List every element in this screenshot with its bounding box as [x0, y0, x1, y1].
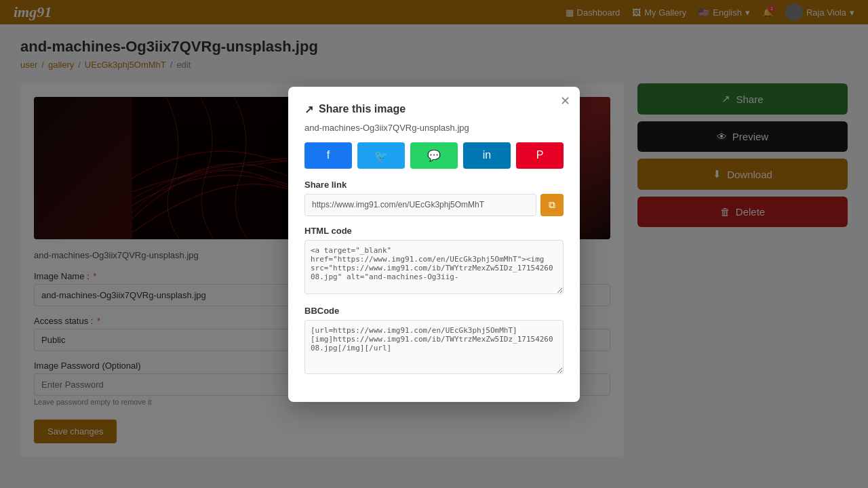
html-code-textarea[interactable]: <a target="_blank" href="https://www.img…: [304, 240, 564, 294]
copy-icon: ⧉: [549, 199, 555, 210]
pinterest-icon: P: [536, 149, 544, 161]
facebook-share-button[interactable]: f: [304, 142, 352, 169]
share-modal: ✕ ↗ Share this image and-machines-Og3iix…: [288, 87, 580, 402]
copy-link-button[interactable]: ⧉: [540, 194, 564, 216]
whatsapp-icon: 💬: [427, 149, 441, 162]
modal-title: ↗ Share this image: [304, 103, 564, 116]
facebook-icon: f: [327, 149, 330, 161]
twitter-icon: 🐦: [374, 149, 388, 162]
modal-filename: and-machines-Og3iix7QVRg-unsplash.jpg: [304, 123, 564, 133]
bbcode-textarea[interactable]: [url=https://www.img91.com/en/UEcGk3phj5…: [304, 320, 564, 374]
whatsapp-share-button[interactable]: 💬: [410, 142, 458, 169]
pinterest-share-button[interactable]: P: [516, 142, 564, 169]
share-link-label: Share link: [304, 180, 564, 190]
share-link-row: ⧉: [304, 194, 564, 216]
social-buttons: f 🐦 💬 in P: [304, 142, 564, 169]
share-link-input[interactable]: [304, 194, 536, 216]
html-code-label: HTML code: [304, 226, 564, 236]
twitter-share-button[interactable]: 🐦: [357, 142, 405, 169]
linkedin-icon: in: [483, 149, 491, 161]
modal-overlay[interactable]: ✕ ↗ Share this image and-machines-Og3iix…: [0, 0, 868, 470]
bbcode-label: BBCode: [304, 306, 564, 316]
modal-close-button[interactable]: ✕: [560, 95, 570, 107]
linkedin-share-button[interactable]: in: [463, 142, 511, 169]
share-modal-icon: ↗: [304, 103, 313, 116]
